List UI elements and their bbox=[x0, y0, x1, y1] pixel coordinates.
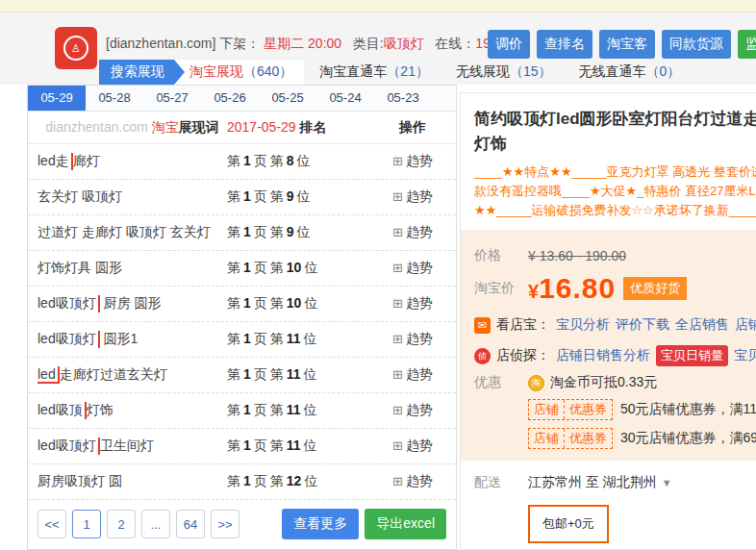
discount-row: 优惠 淘 淘金币可抵0.33元 bbox=[474, 374, 756, 391]
table-row: 灯饰灯具 圆形 第1页第10位 ⊞趋势 bbox=[28, 251, 456, 287]
tab-wireless-display[interactable]: 无线展现（15） bbox=[441, 60, 564, 85]
check-rank-button[interactable]: 查排名 bbox=[537, 30, 592, 59]
rank-cell: 第1页第11位 bbox=[227, 331, 379, 348]
link-review-download[interactable]: 评价下载 bbox=[616, 316, 669, 334]
delivery-route[interactable]: 江苏常州 至 湖北荆州 bbox=[528, 474, 657, 491]
detective-logo-icon: ♙ bbox=[63, 36, 88, 61]
discount-label: 优惠 bbox=[474, 374, 528, 391]
tab-search-display[interactable]: 搜索展现 bbox=[99, 60, 174, 85]
keyword-cell: led吸顶灯 圆形1 bbox=[38, 331, 227, 348]
dianzhentan-label: 店侦探： bbox=[496, 347, 550, 364]
date-tab-05-29[interactable]: 05-29 bbox=[28, 86, 86, 111]
trend-link[interactable]: ⊞趋势 bbox=[379, 331, 446, 348]
page-64-button[interactable]: 64 bbox=[176, 510, 205, 538]
chevron-down-icon[interactable]: ▼ bbox=[662, 477, 672, 488]
online-label: 在线： bbox=[435, 36, 475, 51]
date-tab-05-28[interactable]: 05-28 bbox=[86, 86, 143, 111]
shop-info: [dianzhentan.com] 下架： 星期二 20:00 类目:吸顶灯 在… bbox=[106, 36, 512, 53]
offshelf-value: 星期二 20:00 bbox=[264, 36, 341, 51]
export-excel-button[interactable]: 导出excel bbox=[365, 509, 446, 539]
monitor-shop-button[interactable]: 监控此店铺 bbox=[738, 30, 756, 59]
coupon-text: 30元店铺优惠券，满699元 bbox=[620, 430, 756, 447]
next-page-button[interactable]: >> bbox=[211, 510, 239, 538]
date-tab-05-26[interactable]: 05-26 bbox=[201, 86, 259, 111]
same-goods-button[interactable]: 同款货源 bbox=[662, 30, 731, 59]
taobao-price-row: 淘宝价 ¥16.80 优质好货 bbox=[474, 272, 756, 305]
link-daily-sales-analysis[interactable]: 店铺日销售分析 bbox=[556, 347, 650, 364]
product-description: ____★★特点★★_____亚克力灯罩 高透光 整套价进口芯 款没有遥控器哦_… bbox=[474, 162, 756, 220]
trend-link[interactable]: ⊞趋势 bbox=[379, 295, 446, 312]
link-display-words[interactable]: 宝贝展现词 bbox=[734, 347, 756, 364]
link-store-analysis[interactable]: 店铺分析 bbox=[735, 316, 756, 334]
trend-plus-icon: ⊞ bbox=[392, 438, 403, 453]
top-notice-bar bbox=[0, 0, 756, 12]
page-2-button[interactable]: 2 bbox=[107, 510, 136, 538]
tab-taobao-display[interactable]: 淘宝展现（640） bbox=[174, 60, 304, 85]
tab-count: （640） bbox=[243, 63, 292, 79]
table-row: led走廊灯 第1页第8位 ⊞趋势 bbox=[28, 144, 456, 180]
table-row: led走廊灯过道玄关灯 第1页第11位 ⊞趋势 bbox=[28, 358, 456, 393]
link-store-sales[interactable]: 全店销售 bbox=[675, 316, 729, 334]
date-tabs: 05-29 05-28 05-27 05-26 05-25 05-24 05-2… bbox=[28, 86, 456, 112]
keyword-rank-panel: 05-29 05-28 05-27 05-26 05-25 05-24 05-2… bbox=[27, 85, 457, 550]
offshelf-label: 下架： bbox=[219, 36, 260, 51]
tab-count: （15） bbox=[510, 63, 552, 79]
coupon-badge: 店铺优惠券 bbox=[528, 428, 613, 449]
trend-link[interactable]: ⊞趋势 bbox=[379, 260, 446, 277]
trend-plus-icon: ⊞ bbox=[392, 403, 403, 417]
display-tabs: 搜索展现 淘宝展现（640） 淘宝直通车（21） 无线展现（15） 无线直通车（… bbox=[99, 60, 692, 85]
rank-cell: 第1页第11位 bbox=[227, 366, 379, 384]
rank-cell: 第1页第11位 bbox=[227, 438, 379, 455]
trend-link[interactable]: ⊞趋势 bbox=[379, 153, 446, 170]
price-block: 价格 ¥ 13.60 - 190.00 淘宝价 ¥16.80 优质好货 ✉ 看店… bbox=[461, 230, 756, 461]
pagination: << 1 2 ... 64 >> 查看更多 导出excel bbox=[38, 509, 446, 539]
table-row: led吸顶灯饰 第1页第11位 ⊞趋势 bbox=[28, 393, 456, 429]
trend-link[interactable]: ⊞趋势 bbox=[379, 402, 446, 419]
trend-link[interactable]: ⊞趋势 bbox=[379, 188, 446, 206]
red-annotation-box: led吸顶灯 bbox=[38, 295, 100, 312]
rank-cell: 第1页第10位 bbox=[227, 260, 379, 277]
link-baobei-analysis[interactable]: 宝贝分析 bbox=[556, 316, 610, 334]
coupon-badge: 店铺优惠券 bbox=[528, 399, 613, 420]
table-row: 厨房吸顶灯 圆 第1页第12位 ⊞趋势 bbox=[28, 464, 456, 500]
date-tab-05-25[interactable]: 05-25 bbox=[259, 86, 316, 111]
rank-cell: 第1页第8位 bbox=[227, 153, 379, 170]
kandianbao-icon: ✉ bbox=[474, 317, 491, 334]
keyword-cell: 灯饰灯具 圆形 bbox=[38, 260, 227, 277]
trend-plus-icon: ⊞ bbox=[392, 189, 403, 204]
tab-count: （0） bbox=[646, 63, 681, 79]
red-annotation-box: led吸顶灯 bbox=[38, 331, 100, 348]
red-annotation-box: led bbox=[38, 366, 60, 384]
red-annotation-box: led走 bbox=[38, 153, 73, 170]
price-label: 价格 bbox=[474, 247, 528, 264]
keyword-cell: led走廊灯 bbox=[38, 153, 227, 170]
category-value: 吸顶灯 bbox=[384, 36, 424, 51]
date-tab-05-24[interactable]: 05-24 bbox=[316, 86, 374, 111]
page-1-button[interactable]: 1 bbox=[72, 510, 101, 538]
table-row: led吸顶灯 圆形1 第1页第11位 ⊞趋势 bbox=[28, 322, 456, 358]
daily-sales-badge[interactable]: 宝贝日销量 bbox=[656, 345, 728, 366]
table-header: dianzhentan.com 淘宝展现词 2017-05-29 排名 操作 bbox=[28, 112, 456, 144]
dianzhentan-logo: ♙ bbox=[55, 27, 97, 69]
keyword-cell: led吸顶灯卫生间灯 bbox=[38, 438, 227, 455]
original-price-row: 价格 ¥ 13.60 - 190.00 bbox=[474, 247, 756, 264]
taobaoke-button[interactable]: 淘宝客 bbox=[599, 30, 655, 59]
dianzhentan-icon: 侦 bbox=[474, 348, 491, 364]
trend-link[interactable]: ⊞趋势 bbox=[379, 224, 446, 241]
trend-link[interactable]: ⊞趋势 bbox=[379, 438, 446, 455]
view-more-button[interactable]: 查看更多 bbox=[282, 509, 359, 539]
tab-taobao-ztc[interactable]: 淘宝直通车（21） bbox=[304, 60, 441, 85]
trend-link[interactable]: ⊞趋势 bbox=[379, 366, 446, 384]
trend-link[interactable]: ⊞趋势 bbox=[379, 473, 446, 490]
original-price: ¥ 13.60 - 190.00 bbox=[528, 248, 626, 263]
rank-cell: 第1页第10位 bbox=[227, 295, 379, 312]
date-tab-05-23[interactable]: 05-23 bbox=[374, 86, 432, 111]
prev-page-button[interactable]: << bbox=[38, 510, 66, 538]
header-buttons: 调价 查排名 淘宝客 同款货源 监控此店铺 bbox=[488, 30, 756, 59]
coupon-row: 店铺优惠券 50元店铺优惠券，满1199元 bbox=[528, 399, 756, 420]
rank-cell: 第1页第9位 bbox=[227, 224, 379, 241]
adjust-price-button[interactable]: 调价 bbox=[488, 30, 530, 59]
page-ellipsis[interactable]: ... bbox=[141, 510, 170, 538]
tab-wireless-ztc[interactable]: 无线直通车（0） bbox=[564, 60, 693, 85]
date-tab-05-27[interactable]: 05-27 bbox=[143, 86, 201, 111]
